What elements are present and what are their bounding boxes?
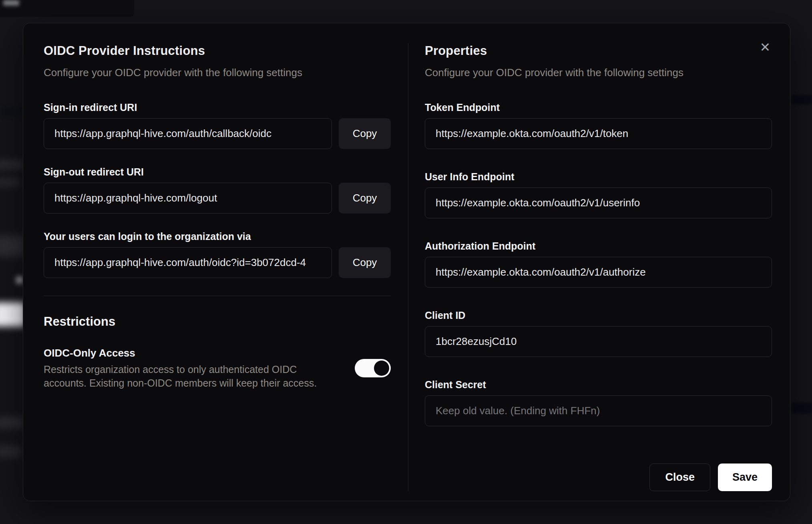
background-row-fragment xyxy=(791,95,812,104)
login-url-label: Your users can login to the organization… xyxy=(44,230,391,243)
sign-in-redirect-field: Sign-in redirect URI Copy xyxy=(44,101,391,149)
client-id-label: Client ID xyxy=(425,309,772,322)
background-text-fragment xyxy=(0,445,22,457)
login-url-input[interactable] xyxy=(44,247,332,278)
background-dot-fragment xyxy=(16,276,23,284)
oidc-only-access-toggle[interactable] xyxy=(355,359,391,377)
save-button[interactable]: Save xyxy=(718,464,772,491)
oidc-settings-modal: ✕ OIDC Provider Instructions Configure y… xyxy=(23,23,790,501)
background-logo-fragment xyxy=(3,0,19,6)
properties-title: Properties xyxy=(425,43,772,59)
token-endpoint-field: Token Endpoint xyxy=(425,101,772,149)
sign-in-redirect-label: Sign-in redirect URI xyxy=(44,101,391,114)
background-text-fragment xyxy=(0,417,25,429)
token-endpoint-input[interactable] xyxy=(425,118,772,149)
sign-out-redirect-input[interactable] xyxy=(44,183,332,214)
sign-out-redirect-field: Sign-out redirect URI Copy xyxy=(44,166,391,214)
restrictions-title: Restrictions xyxy=(44,314,391,329)
instructions-subtitle: Configure your OIDC provider with the fo… xyxy=(44,66,391,80)
page-backdrop: ✕ OIDC Provider Instructions Configure y… xyxy=(0,0,812,524)
copy-button[interactable]: Copy xyxy=(339,247,391,278)
background-text-fragment xyxy=(0,177,20,187)
background-row-fragment xyxy=(791,403,812,413)
sign-out-redirect-label: Sign-out redirect URI xyxy=(44,166,391,178)
modal-actions: Close Save xyxy=(425,464,772,491)
section-divider xyxy=(44,296,391,296)
copy-button[interactable]: Copy xyxy=(339,118,391,149)
user-info-endpoint-label: User Info Endpoint xyxy=(425,171,772,183)
token-endpoint-label: Token Endpoint xyxy=(425,101,772,114)
oidc-only-access-label: OIDC-Only Access xyxy=(44,347,345,359)
toggle-thumb xyxy=(374,361,389,376)
authorization-endpoint-field: Authorization Endpoint xyxy=(425,240,772,288)
background-topbar-fragment xyxy=(0,0,134,17)
instructions-title: OIDC Provider Instructions xyxy=(44,43,391,59)
authorization-endpoint-input[interactable] xyxy=(425,257,772,288)
close-button[interactable]: Close xyxy=(649,464,710,491)
properties-column: Properties Configure your OIDC provider … xyxy=(408,43,790,491)
client-id-input[interactable] xyxy=(425,326,772,357)
background-button-fragment xyxy=(0,302,26,326)
oidc-only-access-description: Restricts organization access to only au… xyxy=(44,363,326,390)
background-text-fragment xyxy=(0,236,26,256)
background-row-fragment xyxy=(0,107,23,116)
authorization-endpoint-label: Authorization Endpoint xyxy=(425,240,772,252)
user-info-endpoint-field: User Info Endpoint xyxy=(425,171,772,218)
client-secret-label: Client Secret xyxy=(425,379,772,391)
client-secret-input[interactable] xyxy=(425,395,772,426)
client-id-field: Client ID xyxy=(425,309,772,357)
login-url-field: Your users can login to the organization… xyxy=(44,230,391,278)
sign-in-redirect-input[interactable] xyxy=(44,118,332,149)
close-icon[interactable]: ✕ xyxy=(756,38,774,56)
copy-button[interactable]: Copy xyxy=(339,183,391,214)
client-secret-field: Client Secret xyxy=(425,379,772,426)
properties-subtitle: Configure your OIDC provider with the fo… xyxy=(425,66,772,80)
instructions-column: OIDC Provider Instructions Configure you… xyxy=(23,43,408,491)
user-info-endpoint-input[interactable] xyxy=(425,187,772,218)
oidc-only-access-row: OIDC-Only Access Restricts organization … xyxy=(44,347,391,390)
background-text-fragment xyxy=(0,159,24,170)
